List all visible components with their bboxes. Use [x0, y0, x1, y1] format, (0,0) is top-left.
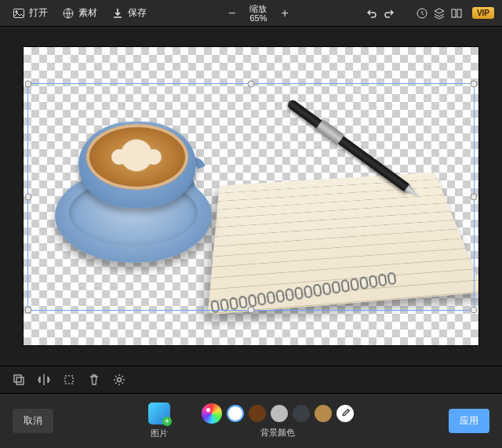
handle-bot-mid[interactable]	[248, 307, 255, 314]
handle-bot-left[interactable]	[25, 307, 32, 314]
edit-toolbar	[0, 366, 502, 394]
delete-button[interactable]	[86, 372, 102, 388]
flip-button[interactable]	[36, 372, 52, 388]
top-toolbar: 打开 素材 保存 − 缩放 65% + VIP	[0, 0, 502, 27]
color-swatch-0[interactable]	[227, 405, 244, 422]
image-bg-option[interactable]: 图片	[148, 402, 170, 439]
handle-top-right[interactable]	[471, 81, 478, 88]
canvas[interactable]	[24, 47, 478, 345]
assets-button[interactable]: 素材	[57, 3, 102, 23]
download-icon	[111, 7, 124, 20]
save-label: 保存	[128, 6, 147, 20]
color-swatch-1[interactable]	[249, 405, 266, 422]
zoom-title: 缩放	[249, 4, 267, 13]
vip-badge[interactable]: VIP	[472, 7, 494, 19]
save-button[interactable]: 保存	[107, 3, 151, 23]
palette-icon[interactable]	[202, 403, 222, 424]
canvas-area	[0, 27, 502, 366]
settings-button[interactable]	[111, 372, 127, 388]
svg-rect-6	[14, 375, 21, 382]
handle-top-mid[interactable]	[248, 81, 255, 88]
svg-rect-8	[65, 376, 73, 384]
svg-rect-7	[16, 377, 24, 384]
open-label: 打开	[29, 6, 48, 20]
handle-bot-right[interactable]	[471, 307, 478, 314]
handle-top-left[interactable]	[25, 81, 32, 88]
color-swatch-2[interactable]	[271, 405, 288, 422]
bottom-mid: 图片 背景颜色	[64, 402, 438, 439]
image-icon	[13, 7, 25, 20]
zoom-in-button[interactable]: +	[275, 6, 294, 20]
crop-button[interactable]	[61, 372, 77, 388]
history-icon[interactable]	[416, 7, 428, 20]
image-bg-label: 图片	[151, 428, 168, 439]
zoom-out-button[interactable]: −	[222, 6, 242, 20]
swatch-row	[202, 403, 354, 424]
undo-icon[interactable]	[366, 7, 378, 20]
apply-button[interactable]: 应用	[449, 409, 489, 433]
svg-rect-4	[452, 9, 456, 17]
bg-color-group: 背景颜色	[202, 403, 354, 439]
copy-button[interactable]	[11, 372, 27, 388]
image-thumb-icon	[148, 402, 170, 424]
svg-point-1	[16, 10, 17, 12]
selection-box[interactable]	[27, 83, 475, 311]
compare-icon[interactable]	[450, 7, 463, 20]
zoom-display: 缩放 65%	[249, 4, 267, 23]
layers-icon[interactable]	[433, 7, 446, 20]
bottom-bar: 取消 图片 背景颜色 应用	[0, 394, 502, 448]
svg-rect-5	[457, 9, 461, 17]
color-swatch-4[interactable]	[315, 405, 332, 422]
svg-rect-0	[14, 9, 24, 17]
svg-point-9	[118, 378, 122, 382]
color-swatch-3[interactable]	[293, 405, 310, 422]
handle-mid-left[interactable]	[25, 194, 32, 201]
open-button[interactable]: 打开	[8, 3, 53, 23]
zoom-value: 65%	[249, 13, 267, 23]
redo-icon[interactable]	[383, 7, 395, 20]
cancel-button[interactable]: 取消	[13, 409, 53, 433]
bg-color-label: 背景颜色	[260, 427, 295, 439]
globe-icon	[62, 7, 75, 20]
handle-mid-right[interactable]	[471, 194, 478, 201]
assets-label: 素材	[78, 6, 97, 20]
eyedropper-button[interactable]	[336, 405, 354, 422]
